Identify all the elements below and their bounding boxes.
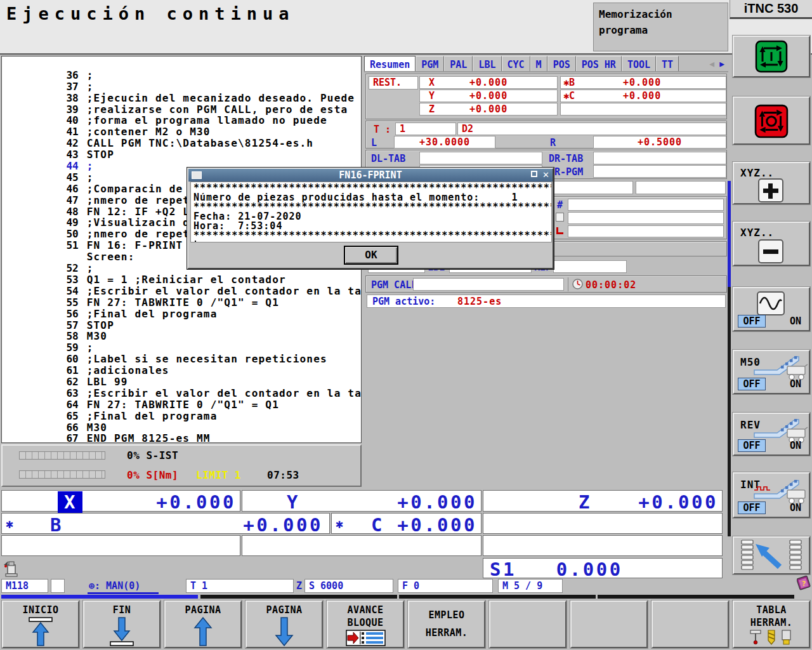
program-line-number: 51 [61,240,79,251]
axis-letter-y: Y [287,491,299,513]
machining-time-clock-icon [572,279,583,289]
ok-button[interactable]: OK [344,246,398,265]
status-tab[interactable]: CYC [502,56,530,71]
f-status-box: F 0 [398,579,493,593]
clock-readout: 07:53 [267,469,299,481]
go-to-end-icon [108,617,136,646]
status-tab[interactable]: POS [547,56,576,71]
tool-radius-field: +0.5000 [593,136,726,149]
softkey-row-indicator [200,595,397,599]
minus-icon [758,239,783,263]
nc-start-icon [755,40,788,73]
rest-b-field: ✱B+0.000 [560,76,726,89]
program-line-text: STOP [87,319,114,331]
status-tab[interactable]: POS HR [576,56,622,71]
status-tab[interactable]: TOOL [622,56,656,71]
program-line-text: LBL 99 [87,376,128,388]
on-state-label: ON [790,502,801,514]
program-line-text: ;Label si se necesitan repeticiones [87,353,327,365]
dialog-title-text: FN16-FPRINT [339,169,402,181]
status-tab[interactable]: TT [656,56,679,71]
softkey-empty-3[interactable] [652,600,729,648]
page-up-icon [193,617,213,646]
program-line-number: 59 [61,342,79,354]
divider [568,277,568,291]
softkey-empty-1[interactable] [489,600,566,648]
program-line-number: 65 [61,411,79,422]
limit-readout: LIMIT 1 [196,469,241,481]
preset-field [568,199,724,211]
status-tab[interactable]: Resumen [364,56,416,71]
softkey-tabla-herram[interactable]: TABLA HERRAM. [733,600,810,648]
chip-conveyor-interval-icon [752,475,809,504]
nc-start-button[interactable] [733,36,810,77]
spindle-override-ruler[interactable] [19,451,105,460]
m50-conveyor-button[interactable]: M50 OFF ON [733,350,810,394]
go-to-start-icon [27,617,55,646]
softkey-inicio[interactable]: INICIO [2,600,79,648]
help-book-icon[interactable]: ? [797,575,811,590]
page-down-icon [275,617,294,646]
program-line-number: 60 [61,354,79,365]
program-line-number: 56 [61,308,79,320]
dialog-maximize-icon[interactable] [531,171,537,177]
softkey-avance-bloque[interactable]: AVANCE BLOQUE [327,600,404,648]
tool-t-label: T : [374,124,391,135]
program-line-text: ;contener M2 o M30 [87,126,211,138]
program-line[interactable]: 36; [6,58,361,70]
fn16-fprint-dialog: FN16-FPRINT ✕ **************************… [187,168,554,269]
nc-stop-icon [754,104,789,138]
override-status-strip: 0% S-IST 0% S[Nm] LIMIT 1 07:53 [1,444,362,487]
rev-conveyor-button[interactable]: REV OFF ON [733,413,810,456]
nc-stop-button[interactable] [733,96,810,145]
control-brand-label: iTNC 530 [730,0,812,19]
chip-conveyor-icon [752,352,809,380]
program-line-text: ;Escribir el valor del contador en la ta… [87,387,362,399]
operating-mode-title: Ejecución continua [6,4,295,23]
dialog-close-icon[interactable]: ✕ [542,169,549,182]
axis-plus-button[interactable]: XYZ.. [733,162,810,204]
axis-letter-z: Z [579,491,591,513]
rest-c-field: ✱C+0.000 [560,90,726,102]
datum-sheet-icon [556,213,564,222]
softkey-pagina-down[interactable]: PAGINA [246,600,323,648]
program-line-number: 49 [61,217,79,229]
off-state-badge: OFF [738,315,766,328]
program-line-text: ;Escribir el valor del contador en la ta… [87,285,362,297]
s-ist-readout: 0% S-IST [127,449,178,461]
program-line-text: ; [87,171,94,183]
softkey-empty-2[interactable] [570,600,648,648]
program-line-text: ;forma el programa llamado no puede [87,114,327,126]
m-status-box: M 5 / 9 [498,579,563,593]
program-line-number: 43 [61,149,79,161]
status-tab[interactable]: M [530,56,547,71]
softkey-pagina-up[interactable]: PAGINA [164,600,242,648]
status-tab[interactable]: PGM [416,56,444,71]
dialog-title-bar[interactable]: FN16-FPRINT ✕ [188,169,553,182]
program-line-text: ; [87,69,94,81]
axis-value-z: +0.000 [638,491,718,513]
status-tab[interactable]: LBL [473,56,501,71]
rest-empty-field [560,103,726,116]
tab-scroll-right-icon[interactable]: ▶ [719,59,724,69]
axis-minus-button[interactable]: XYZ.. [733,222,810,266]
axis-cell-empty-4 [483,535,723,556]
softkey-row-switch-button[interactable] [733,536,810,574]
off-state-badge: OFF [738,378,766,390]
softkey-empleo-herram[interactable]: EMPLEO HERRAM. [408,600,485,648]
spindle-wave-toggle-button[interactable]: OFF ON [733,287,810,331]
program-line-number: 58 [61,331,79,342]
dr-pgm-field [593,165,726,178]
int-conveyor-button[interactable]: INT OFF ON [733,472,810,518]
softkey-fin[interactable]: FIN [83,600,160,648]
tool-l-label: L [371,137,377,149]
axis-cell-b: ✱ B +0.000 [1,513,330,534]
tab-scroll-left-icon[interactable]: ◀ [709,59,714,69]
status-tab[interactable]: PAL [444,56,473,71]
torque-ruler[interactable] [19,470,105,479]
pgm-call-row: PGM CALL 00:00:02 [365,275,727,293]
off-state-badge: OFF [738,501,766,514]
softkey-row-indicator [399,595,596,599]
program-line-text: ; [87,342,94,354]
rest-x-field: X+0.000 [419,76,558,89]
